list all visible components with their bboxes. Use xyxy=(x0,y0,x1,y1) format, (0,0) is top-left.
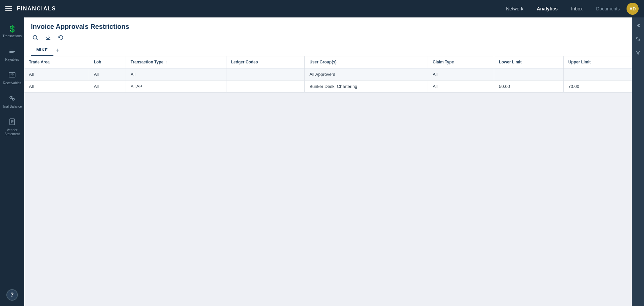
cell-row1-col3 xyxy=(226,81,304,93)
col-lower-limit[interactable]: Lower Limit xyxy=(494,56,563,68)
restrictions-table: Trade Area Lob Transaction Type ↑ Ledger… xyxy=(24,56,632,93)
page-title: Invoice Approvals Restrictions xyxy=(31,23,625,31)
transactions-icon: 💲 xyxy=(8,26,17,33)
cell-row0-col6 xyxy=(494,68,563,81)
col-transaction-type[interactable]: Transaction Type ↑ xyxy=(126,56,226,68)
nav-links: Network Analytics Inbox Documents xyxy=(506,6,620,11)
right-sidebar xyxy=(632,17,644,306)
nav-network[interactable]: Network xyxy=(506,6,523,11)
table-body: AllAllAllAll ApproversAllAllAllAll APBun… xyxy=(24,68,632,93)
svg-point-8 xyxy=(12,98,14,100)
col-user-groups[interactable]: User Group(s) xyxy=(305,56,428,68)
sidebar-label-trial-balance: Trial Balance xyxy=(2,105,22,109)
toolbar xyxy=(31,34,625,41)
sidebar-label-payables: Payables xyxy=(5,58,19,62)
top-nav: FINANCIALS Network Analytics Inbox Docum… xyxy=(0,0,644,17)
expand-icon xyxy=(635,36,641,42)
col-trade-area[interactable]: Trade Area xyxy=(24,56,89,68)
cell-row1-col6: 50.00 xyxy=(494,81,563,93)
cell-row0-col5: All xyxy=(428,68,494,81)
search-icon xyxy=(32,35,38,41)
nav-analytics[interactable]: Analytics xyxy=(537,6,558,11)
nav-inbox[interactable]: Inbox xyxy=(571,6,583,11)
user-avatar[interactable]: AD xyxy=(627,3,639,15)
hamburger-menu[interactable] xyxy=(5,6,12,11)
table-container: Trade Area Lob Transaction Type ↑ Ledger… xyxy=(24,56,632,306)
col-ledger-codes[interactable]: Ledger Codes xyxy=(226,56,304,68)
collapse-icon xyxy=(635,23,641,28)
sidebar-item-receivables[interactable]: Receivables xyxy=(0,66,24,90)
cell-row0-col2: All xyxy=(126,68,226,81)
nav-documents[interactable]: Documents xyxy=(596,6,620,11)
sidebar-item-payables[interactable]: Payables xyxy=(0,43,24,66)
sidebar-item-transactions[interactable]: 💲 Transactions xyxy=(0,21,24,43)
sidebar-label-receivables: Receivables xyxy=(3,81,21,85)
sort-arrow-transaction-type: ↑ xyxy=(166,60,168,64)
svg-rect-2 xyxy=(9,50,13,50)
col-claim-type[interactable]: Claim Type xyxy=(428,56,494,68)
table-row: AllAllAllAll ApproversAll xyxy=(24,68,632,81)
filter-button[interactable] xyxy=(633,47,643,58)
add-tab-button[interactable]: + xyxy=(53,46,62,55)
cell-row0-col4: All Approvers xyxy=(305,68,428,81)
col-upper-limit[interactable]: Upper Limit xyxy=(563,56,632,68)
help-button[interactable]: ? xyxy=(6,289,18,301)
tabs: MIKE + xyxy=(31,45,625,56)
left-sidebar: 💲 Transactions Payables xyxy=(0,17,24,306)
download-icon xyxy=(45,35,51,41)
refresh-icon xyxy=(58,35,64,41)
sidebar-item-trial-balance[interactable]: Trial Balance xyxy=(0,90,24,113)
table-row: AllAllAll APBunker Desk, CharteringAll50… xyxy=(24,81,632,93)
cell-row1-col4: Bunker Desk, Chartering xyxy=(305,81,428,93)
cell-row0-col3 xyxy=(226,68,304,81)
page-header: Invoice Approvals Restrictions xyxy=(24,17,632,56)
expand-button[interactable] xyxy=(633,34,643,44)
refresh-button[interactable] xyxy=(56,34,65,41)
cell-row0-col7 xyxy=(563,68,632,81)
cell-row1-col1: All xyxy=(89,81,126,93)
cell-row0-col1: All xyxy=(89,68,126,81)
collapse-button[interactable] xyxy=(633,20,643,31)
sidebar-label-transactions: Transactions xyxy=(3,34,22,38)
sidebar-label-vendor-statement: Vendor Statement xyxy=(1,128,23,136)
tab-mike[interactable]: MIKE xyxy=(31,45,53,56)
sidebar-item-vendor-statement[interactable]: Vendor Statement xyxy=(0,113,24,141)
download-button[interactable] xyxy=(44,34,52,41)
filter-icon xyxy=(635,50,641,55)
vendor-statement-icon xyxy=(8,118,16,127)
cell-row1-col7: 70.00 xyxy=(563,81,632,93)
main-layout: 💲 Transactions Payables xyxy=(0,17,644,306)
trial-balance-icon xyxy=(8,95,16,103)
cell-row1-col0: All xyxy=(24,81,89,93)
receivables-icon xyxy=(8,71,16,80)
cell-row1-col5: All xyxy=(428,81,494,93)
payables-icon xyxy=(8,48,16,56)
svg-line-14 xyxy=(36,39,38,40)
cell-row0-col0: All xyxy=(24,68,89,81)
col-lob[interactable]: Lob xyxy=(89,56,126,68)
table-header-row: Trade Area Lob Transaction Type ↑ Ledger… xyxy=(24,56,632,68)
svg-point-7 xyxy=(10,96,12,98)
search-button[interactable] xyxy=(31,34,40,41)
svg-rect-9 xyxy=(10,119,14,125)
content-area: Invoice Approvals Restrictions xyxy=(24,17,632,306)
cell-row1-col2: All AP xyxy=(126,81,226,93)
svg-rect-0 xyxy=(9,52,13,53)
brand-name: FINANCIALS xyxy=(17,6,56,12)
